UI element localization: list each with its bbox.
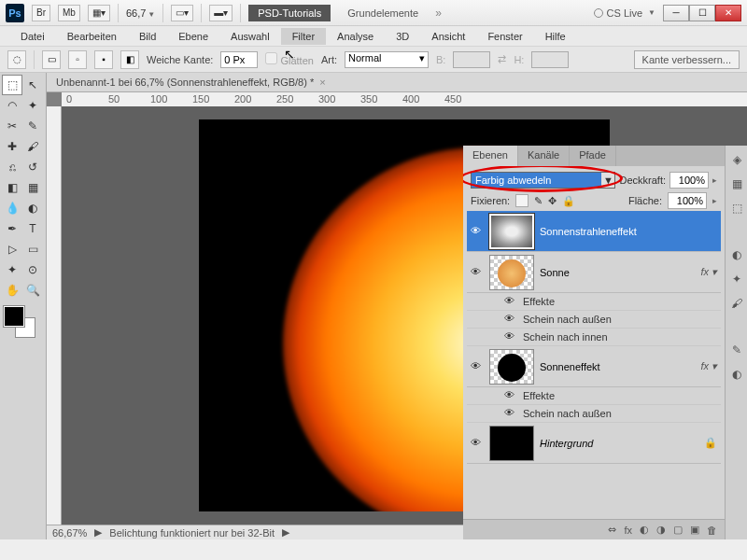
move-tool[interactable]: ↖ bbox=[22, 75, 43, 95]
panel-tab-kanäle[interactable]: Kanäle bbox=[518, 146, 570, 166]
3d-tool[interactable]: ✦ bbox=[2, 259, 22, 280]
layer-row[interactable]: 👁Sonneneffektfx ▾ bbox=[467, 346, 721, 387]
layer-name[interactable]: Sonnenstrahleneffekt bbox=[540, 226, 717, 237]
panel-tab-ebenen[interactable]: Ebenen bbox=[463, 146, 518, 166]
layer-name[interactable]: Sonneneffekt bbox=[540, 361, 695, 372]
eraser-tool[interactable]: ◧ bbox=[2, 177, 22, 198]
arrange-button[interactable]: ▭▾ bbox=[171, 5, 193, 21]
mask-icon[interactable]: ◐ bbox=[640, 524, 649, 536]
panel-tab-pfade[interactable]: Pfade bbox=[570, 146, 616, 166]
character-panel-icon[interactable]: ✎ bbox=[726, 340, 747, 360]
blur-tool[interactable]: 💧 bbox=[2, 198, 22, 218]
foreground-swatch[interactable] bbox=[4, 306, 24, 327]
menu-datei[interactable]: Datei bbox=[9, 28, 56, 45]
intersect-selection-icon[interactable]: ◧ bbox=[120, 50, 139, 69]
lock-pixels-icon[interactable]: ✎ bbox=[534, 195, 543, 207]
zoom-tool[interactable]: 🔍 bbox=[22, 280, 43, 301]
hand-tool[interactable]: ✋ bbox=[2, 280, 22, 301]
paragraph-panel-icon[interactable]: ◐ bbox=[726, 364, 747, 385]
antialias-checkbox[interactable]: Glätten bbox=[265, 52, 314, 66]
menu-filter[interactable]: Filter bbox=[281, 28, 326, 45]
close-button[interactable]: ✕ bbox=[715, 5, 741, 21]
opacity-input[interactable] bbox=[669, 172, 709, 189]
add-selection-icon[interactable]: ▫ bbox=[68, 50, 87, 69]
gradient-tool[interactable]: ▦ bbox=[22, 177, 43, 198]
color-swatches[interactable] bbox=[2, 306, 39, 343]
pen-tool[interactable]: ✒ bbox=[2, 218, 22, 239]
marquee-tool[interactable]: ⬚ bbox=[2, 75, 22, 95]
lock-transparent-icon[interactable] bbox=[515, 194, 529, 207]
styles-panel-icon[interactable]: ⬚ bbox=[726, 198, 747, 218]
dodge-tool[interactable]: ◐ bbox=[22, 198, 43, 218]
menu-3d[interactable]: 3D bbox=[385, 28, 420, 45]
visibility-icon[interactable]: 👁 bbox=[471, 360, 484, 373]
screen-mode-button[interactable]: ▬▾ bbox=[209, 5, 233, 21]
visibility-icon[interactable]: 👁 bbox=[471, 266, 484, 279]
refine-edge-button[interactable]: Kante verbessern... bbox=[634, 50, 740, 69]
status-arrow2-icon[interactable]: ▶ bbox=[282, 526, 289, 539]
menu-bearbeiten[interactable]: Bearbeiten bbox=[56, 28, 128, 45]
visibility-icon[interactable]: 👁 bbox=[471, 437, 484, 450]
blend-mode-select[interactable]: Farbig abwedeln▼ bbox=[471, 172, 615, 189]
fx-badge[interactable]: fx ▾ bbox=[700, 266, 717, 278]
fill-flyout-icon[interactable]: ▸ bbox=[712, 196, 717, 205]
color-panel-icon[interactable]: ◈ bbox=[726, 149, 747, 170]
visibility-icon[interactable]: 👁 bbox=[504, 295, 517, 308]
zoom-level[interactable]: 66,7▼ bbox=[126, 7, 155, 19]
new-layer-icon[interactable]: ▣ bbox=[690, 524, 699, 536]
visibility-icon[interactable]: 👁 bbox=[504, 389, 517, 402]
fx-badge[interactable]: fx ▾ bbox=[700, 360, 717, 372]
status-zoom[interactable]: 66,67% bbox=[52, 527, 87, 539]
layer-thumbnail[interactable] bbox=[489, 426, 534, 461]
layer-effect-item[interactable]: 👁Schein nach innen bbox=[467, 329, 721, 346]
status-arrow-icon[interactable]: ▶ bbox=[94, 526, 102, 539]
masks-panel-icon[interactable]: ✦ bbox=[726, 269, 747, 289]
layer-row[interactable]: 👁Sonnenstrahleneffekt bbox=[467, 211, 721, 252]
wand-tool[interactable]: ✦ bbox=[22, 95, 43, 116]
link-layers-icon[interactable]: ⇔ bbox=[608, 524, 616, 536]
visibility-icon[interactable]: 👁 bbox=[471, 225, 484, 238]
subtract-selection-icon[interactable]: ▪ bbox=[94, 50, 113, 69]
layer-thumbnail[interactable] bbox=[489, 349, 534, 385]
menu-ebene[interactable]: Ebene bbox=[167, 28, 219, 45]
fx-icon[interactable]: fx bbox=[624, 525, 632, 536]
folder-icon[interactable]: ▢ bbox=[673, 524, 683, 536]
document-tab[interactable]: Unbenannt-1 bei 66,7% (Sonnenstrahleneff… bbox=[47, 73, 747, 92]
stamp-tool[interactable]: ⎌ bbox=[2, 157, 22, 177]
new-selection-icon[interactable]: ▭ bbox=[42, 50, 61, 69]
bridge-button[interactable]: Br bbox=[32, 5, 50, 21]
lock-all-icon[interactable]: 🔒 bbox=[562, 195, 575, 207]
history-brush-tool[interactable]: ↺ bbox=[22, 157, 43, 177]
layer-thumbnail[interactable] bbox=[489, 214, 534, 249]
visibility-icon[interactable]: 👁 bbox=[504, 313, 517, 326]
layer-thumbnail[interactable] bbox=[489, 255, 534, 290]
visibility-icon[interactable]: 👁 bbox=[504, 330, 517, 343]
layout-button[interactable]: ▦▾ bbox=[88, 5, 110, 21]
workspace-tab-psd[interactable]: PSD-Tutorials bbox=[248, 5, 331, 21]
layer-effect-item[interactable]: 👁Schein nach außen bbox=[467, 405, 721, 423]
heal-tool[interactable]: ✚ bbox=[2, 136, 22, 157]
brush-panel-icon[interactable]: 🖌 bbox=[726, 293, 747, 314]
layer-effect-item[interactable]: 👁Schein nach außen bbox=[467, 311, 721, 329]
menu-bild[interactable]: Bild bbox=[128, 28, 167, 45]
eyedropper-tool[interactable]: ✎ bbox=[22, 116, 43, 136]
layer-row[interactable]: 👁Sonnefx ▾ bbox=[467, 252, 721, 293]
workspace-more-icon[interactable]: » bbox=[435, 7, 442, 20]
brush-tool[interactable]: 🖌 bbox=[22, 136, 43, 157]
feather-input[interactable] bbox=[220, 51, 258, 68]
lasso-tool[interactable]: ◠ bbox=[2, 95, 22, 116]
maximize-button[interactable]: ☐ bbox=[689, 5, 715, 21]
crop-tool[interactable]: ✂ bbox=[2, 116, 22, 136]
menu-auswahl[interactable]: Auswahl bbox=[219, 28, 281, 45]
path-tool[interactable]: ▷ bbox=[2, 239, 22, 259]
opacity-flyout-icon[interactable]: ▸ bbox=[712, 175, 717, 185]
trash-icon[interactable]: 🗑 bbox=[707, 525, 717, 536]
menu-ansicht[interactable]: Ansicht bbox=[420, 28, 476, 45]
workspace-tab-grund[interactable]: Grundelemente bbox=[338, 5, 428, 21]
adjustments-panel-icon[interactable]: ◐ bbox=[726, 245, 747, 265]
type-tool[interactable]: T bbox=[22, 218, 43, 239]
layer-name[interactable]: Hintergrund bbox=[540, 438, 698, 449]
tool-preset-icon[interactable]: ◌ bbox=[7, 50, 26, 69]
visibility-icon[interactable]: 👁 bbox=[504, 407, 517, 420]
style-select[interactable]: Normal ▾ bbox=[345, 51, 429, 68]
